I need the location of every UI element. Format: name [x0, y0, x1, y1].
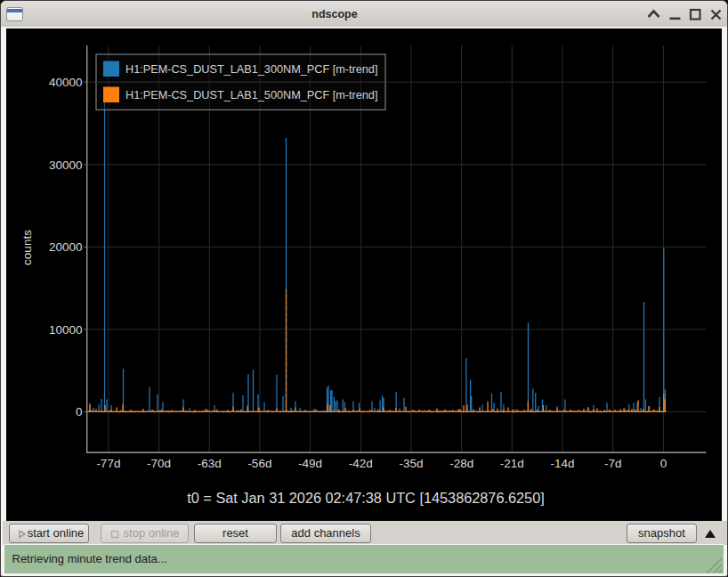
svg-text:-63d: -63d: [198, 457, 222, 470]
svg-text:-77d: -77d: [96, 457, 120, 470]
svg-text:H1:PEM-CS_DUST_LAB1_500NM_PCF: H1:PEM-CS_DUST_LAB1_500NM_PCF [m-trend]: [125, 89, 377, 102]
svg-text:-7d: -7d: [604, 457, 622, 470]
svg-text:0: 0: [76, 405, 83, 419]
svg-text:counts: counts: [20, 230, 34, 265]
svg-text:H1:PEM-CS_DUST_LAB1_300NM_PCF: H1:PEM-CS_DUST_LAB1_300NM_PCF [m-trend]: [125, 63, 377, 76]
svg-text:-56d: -56d: [247, 457, 271, 470]
svg-text:t0 = Sat Jan 31 2026 02:47:38: t0 = Sat Jan 31 2026 02:47:38 UTC [14538…: [187, 490, 544, 506]
svg-text:-42d: -42d: [349, 457, 373, 470]
svg-text:20000: 20000: [49, 240, 83, 254]
svg-text:30000: 30000: [49, 158, 83, 172]
svg-text:40000: 40000: [49, 76, 83, 89]
svg-text:-49d: -49d: [298, 457, 322, 470]
svg-text:-21d: -21d: [500, 457, 524, 470]
svg-text:-14d: -14d: [550, 457, 574, 470]
svg-text:10000: 10000: [49, 323, 83, 337]
svg-text:0: 0: [660, 457, 667, 470]
svg-text:-70d: -70d: [147, 457, 171, 470]
svg-text:-28d: -28d: [449, 457, 473, 470]
svg-text:-35d: -35d: [399, 457, 423, 470]
